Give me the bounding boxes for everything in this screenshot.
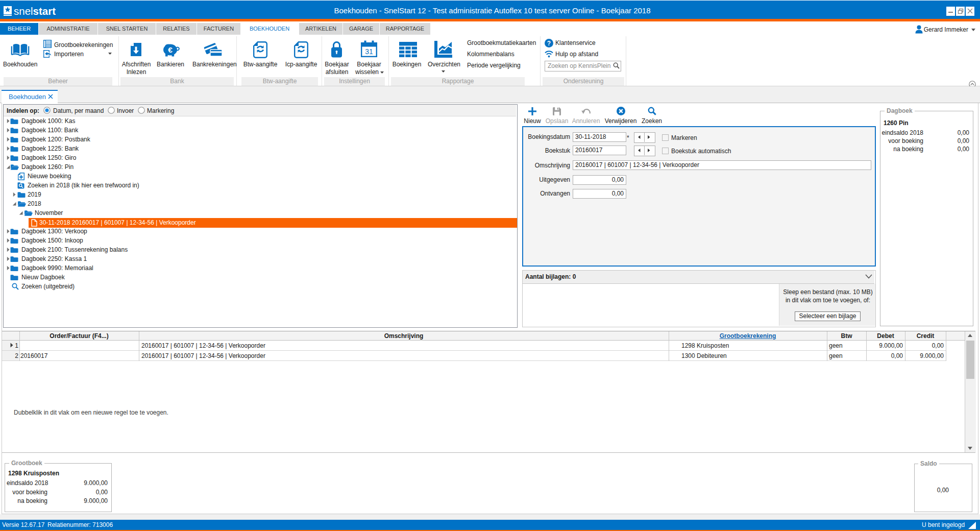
svg-text:€: € <box>168 45 173 54</box>
svg-text:31: 31 <box>365 47 373 56</box>
svg-text:?: ? <box>547 40 551 47</box>
